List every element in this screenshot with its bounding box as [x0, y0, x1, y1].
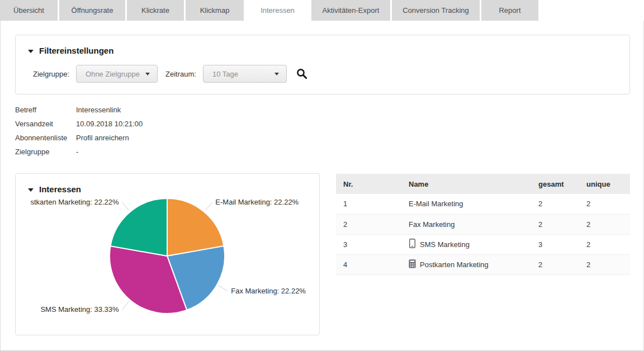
collapse-triangle-icon	[28, 188, 34, 192]
tab-klickrate[interactable]: Klickrate	[127, 0, 184, 21]
unique-cell: 2	[579, 254, 630, 274]
pie-slice-postkarten-marketing[interactable]	[111, 198, 167, 256]
filter-panel-title: Filtereinstellungen	[39, 46, 113, 55]
tab-conversion-tracking[interactable]: Conversion Tracking	[392, 0, 480, 21]
nr-cell: 1	[336, 194, 401, 214]
tab-offnungsrate[interactable]: Öffnungsrate	[59, 0, 125, 21]
interests-panel-heading[interactable]: Interessen	[16, 174, 319, 194]
filter-panel: Filtereinstellungen Zielgruppe: Ohne Zie…	[15, 35, 630, 94]
filter-controls: Zielgruppe: Ohne Zielgruppe Zeitraum: 10…	[16, 65, 629, 83]
pie-label-fax-marketing: Fax Marketing: 22.22%	[231, 287, 306, 295]
tab-klickmap[interactable]: Klickmap	[186, 0, 244, 21]
zielgruppe-dropdown[interactable]: Ohne Zielgruppe	[76, 65, 158, 83]
tab-bar: ÜbersichtÖffnungsrateKlickrateKlickmapIn…	[0, 0, 644, 21]
meta-row-abonnentenliste: AbonnentenlisteProfil anreichern	[15, 131, 143, 145]
zielgruppe-label: Zielgruppe:	[33, 70, 69, 78]
meta-label: Versandzeit	[15, 117, 76, 131]
meta-row-betreff: BetreffInteressenlink	[15, 103, 143, 117]
column-header-unique: unique	[579, 174, 630, 194]
gesamt-cell: 2	[531, 194, 579, 214]
name-cell: SMS Marketing	[401, 234, 531, 254]
table-row: 3SMS Marketing32	[336, 234, 630, 254]
nr-cell: 3	[336, 234, 401, 254]
name-cell: E-Mail Marketing	[401, 194, 531, 214]
zeitraum-dropdown[interactable]: 10 Tage	[203, 65, 287, 83]
table-row: 2Fax Marketing22	[336, 214, 630, 234]
meta-label: Abonnentenliste	[15, 131, 76, 145]
search-icon[interactable]	[296, 68, 307, 79]
tab-aktivitaten-export[interactable]: Aktivitäten-Export	[311, 0, 390, 21]
pie-label-leader-line	[219, 286, 228, 291]
collapse-triangle-icon	[28, 50, 34, 53]
unique-cell: 2	[579, 234, 630, 254]
chevron-down-icon	[145, 73, 150, 75]
meta-value: 10.09.2018 10:21:00	[76, 117, 143, 131]
gesamt-cell: 2	[531, 214, 579, 234]
interest-name: SMS Marketing	[420, 240, 470, 249]
mailing-meta: BetreffInteressenlinkVersandzeit10.09.20…	[15, 103, 143, 159]
table-row: 4Postkarten Marketing22	[336, 254, 630, 274]
interest-name: E-Mail Marketing	[409, 200, 463, 208]
unique-cell: 2	[579, 214, 630, 234]
meta-value: -	[76, 145, 78, 159]
pie-label-leader-line	[122, 301, 129, 310]
table-row: 1E-Mail Marketing22	[336, 194, 630, 214]
pie-label-postkarten-marketing: stkarten Marketing: 22.22%	[30, 198, 119, 206]
meta-value: Profil anreichern	[76, 131, 129, 145]
pie-label-e-mail-marketing: E-Mail Marketing: 22.22%	[215, 198, 299, 206]
filter-panel-heading[interactable]: Filtereinstellungen	[16, 35, 629, 55]
name-cell: Postkarten Marketing	[401, 254, 531, 274]
zielgruppe-selected-value: Ohne Zielgruppe	[86, 70, 140, 78]
column-header-gesamt: gesamt	[531, 174, 579, 194]
name-cell: Fax Marketing	[401, 214, 531, 234]
column-header-nr: Nr.	[336, 174, 401, 194]
tab-interessen[interactable]: Interessen	[245, 0, 310, 21]
interest-name: Postkarten Marketing	[420, 260, 489, 269]
meta-label: Zielgruppe	[15, 145, 76, 159]
pie-label-leader-line	[122, 202, 129, 211]
zeitraum-selected-value: 10 Tage	[212, 70, 238, 78]
calculator-icon	[409, 259, 416, 270]
content-area: Filtereinstellungen Zielgruppe: Ohne Zie…	[0, 21, 644, 351]
meta-value: Interessenlink	[76, 103, 121, 117]
interests-pie-chart: E-Mail Marketing: 22.22%Fax Marketing: 2…	[16, 195, 319, 330]
column-header-name: Name	[401, 174, 531, 194]
gesamt-cell: 3	[531, 234, 579, 254]
interests-panel-title: Interessen	[39, 184, 81, 194]
tab-ubersicht[interactable]: Übersicht	[0, 0, 58, 21]
unique-cell: 2	[579, 194, 630, 214]
table-header-row: Nr.Namegesamtunique	[336, 174, 630, 194]
meta-label: Betreff	[15, 103, 76, 117]
chevron-down-icon	[274, 73, 279, 75]
interest-name: Fax Marketing	[409, 220, 454, 229]
zeitraum-label: Zeitraum:	[165, 70, 196, 78]
interests-table: Nr.Namegesamtunique 1E-Mail Marketing222…	[336, 174, 630, 275]
nr-cell: 2	[336, 214, 401, 234]
pie-label-leader-line	[205, 202, 212, 211]
meta-row-zielgruppe: Zielgruppe-	[15, 145, 143, 159]
pie-label-sms-marketing: SMS Marketing: 33.33%	[40, 305, 119, 314]
gesamt-cell: 2	[531, 254, 579, 274]
nr-cell: 4	[336, 254, 401, 274]
meta-row-versandzeit: Versandzeit10.09.2018 10:21:00	[15, 117, 143, 131]
tab-report[interactable]: Report	[481, 0, 538, 21]
interests-panel: Interessen E-Mail Marketing: 22.22%Fax M…	[15, 173, 320, 335]
smartphone-icon	[409, 239, 416, 250]
